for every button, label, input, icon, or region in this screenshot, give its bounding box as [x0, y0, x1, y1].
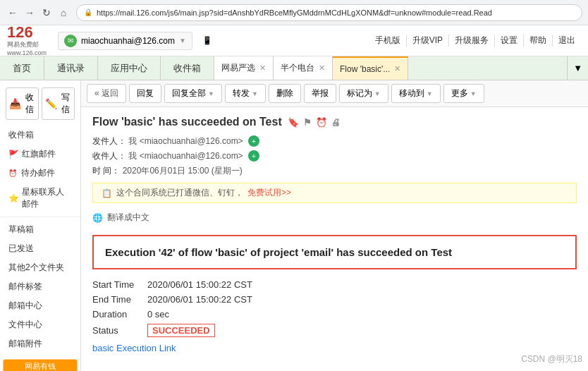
flag-email-icon[interactable]: ⚑: [303, 117, 312, 128]
tab-radio[interactable]: 半个电台 ✕: [274, 56, 333, 80]
from-name: 我: [128, 136, 137, 146]
email-toolbar: « 返回 回复 回复全部 ▼ 转发 ▼ 删除 举报 标记为 ▼ 移动到 ▼: [81, 80, 588, 107]
tab-app-center[interactable]: 应用中心: [98, 56, 161, 80]
email-header: 126 网易免费邮 www.126.com ✉ miaochuanhai@126…: [0, 25, 588, 56]
tab-more-arrow[interactable]: ▼: [567, 56, 588, 80]
sidebar-divider: [0, 217, 80, 217]
tab-home[interactable]: 首页: [0, 56, 44, 80]
phone-icon: 📱: [202, 36, 212, 45]
time-label: 时 间：: [92, 166, 120, 176]
sidebar-item-todo[interactable]: ⏰ 待办邮件: [0, 164, 80, 183]
duration-label: Duration: [92, 309, 142, 320]
end-time-label: End Time: [92, 294, 142, 305]
settings-link[interactable]: 设置: [495, 35, 524, 47]
move-to-button[interactable]: 移动到 ▼: [391, 84, 441, 103]
tab-inbox[interactable]: 收件箱: [161, 56, 214, 80]
logo-area: 126 网易免费邮 www.126.com: [7, 25, 47, 56]
help-link[interactable]: 帮助: [524, 35, 553, 47]
sidebar-item-center[interactable]: 邮箱中心: [0, 296, 80, 315]
tab-contacts[interactable]: 通讯录: [44, 56, 98, 80]
reminder-icon[interactable]: ⏰: [316, 117, 327, 128]
sidebar-inbox-button[interactable]: 📥 收信: [6, 87, 39, 120]
close-tab-wangyi[interactable]: ✕: [259, 63, 266, 73]
close-tab-flow[interactable]: ✕: [394, 64, 400, 73]
sidebar-item-starred[interactable]: ⭐ 星标联系人邮件: [0, 183, 80, 214]
nav-tabs: 首页 通讯录 应用中心 收件箱 网易严选 ✕ 半个电台 ✕ Flow 'basi…: [0, 56, 588, 80]
notification-bar: 📋 这个合同系统已打通微信、钉钉， 免费试用>>: [92, 183, 577, 203]
forward-button[interactable]: →: [23, 6, 37, 20]
sidebar-item-tags[interactable]: 邮件标签: [0, 277, 80, 296]
mobile-link[interactable]: 手机版: [369, 35, 407, 47]
status-line: Status SUCCEEDED: [92, 324, 577, 337]
address-bar[interactable]: 🔒 https://mail.126.com/js6/main.jsp?sid=…: [76, 4, 582, 21]
mark-as-button[interactable]: 标记为 ▼: [339, 84, 388, 103]
sidebar-item-folders[interactable]: 其他2个文件夹: [0, 258, 80, 277]
bookmark-icon[interactable]: 🔖: [288, 117, 299, 128]
report-button[interactable]: 举报: [304, 84, 336, 103]
browser-nav-buttons: ← → ↻ ⌂: [6, 6, 71, 20]
back-button[interactable]: « 返回: [87, 84, 126, 103]
header-links: 手机版 升级VIP 升级服务 设置 帮助 退出: [369, 35, 581, 47]
from-email: <miaochuanhai@126.com>: [140, 136, 243, 146]
email-from: 发件人： 我 <miaochuanhai@126.com> +: [92, 135, 577, 147]
email-time: 时 间： 2020年06月01日 15:00 (星期一): [92, 165, 577, 177]
notification-link[interactable]: 免费试用>>: [247, 187, 291, 199]
close-tab-radio[interactable]: ✕: [319, 63, 325, 73]
refresh-button[interactable]: ↻: [39, 6, 54, 20]
email-view: Flow 'basic' has succeeded on Test 🔖 ⚑ ⏰…: [81, 107, 588, 371]
status-badge: SUCCEEDED: [147, 324, 215, 337]
status-label: Status: [92, 325, 142, 336]
time-value: 2020年06月01日 15:00 (星期一): [123, 166, 243, 176]
sidebar-item-files[interactable]: 文件中心: [0, 315, 80, 334]
end-time-value: 2020/06/01 15:00:22 CST: [147, 294, 252, 305]
tab-wangyi[interactable]: 网易严选 ✕: [214, 56, 274, 80]
sidebar-write-button[interactable]: ✏️ 写信: [42, 87, 75, 120]
start-time-label: Start Time: [92, 279, 142, 290]
to-email: <miaochuanhai@126.com>: [140, 151, 243, 161]
sidebar-item-inbox[interactable]: 收件箱: [0, 126, 80, 145]
logout-link[interactable]: 退出: [553, 35, 581, 47]
add-from-button[interactable]: +: [248, 135, 259, 147]
translate-text: 翻译成中文: [107, 212, 149, 224]
email-main-heading: Execution '42' of flow 'basic' of projec…: [92, 235, 577, 269]
to-name: 我: [128, 151, 137, 161]
print-icon[interactable]: 🖨: [331, 117, 341, 128]
duration-line: Duration 0 sec: [92, 309, 577, 320]
email-subject: Flow 'basic' has succeeded on Test 🔖 ⚑ ⏰…: [92, 116, 577, 128]
sidebar-item-sent[interactable]: 已发送: [0, 239, 80, 258]
lock-icon: 🔒: [84, 8, 92, 16]
execution-link[interactable]: basic Execution Link: [92, 343, 176, 353]
user-section[interactable]: ✉ miaochuanhai@126.com ▼: [58, 32, 192, 50]
notification-icon: 📋: [102, 188, 112, 198]
more-arrow: ▼: [470, 90, 477, 97]
user-avatar: ✉: [64, 35, 77, 47]
reply-button[interactable]: 回复: [129, 84, 161, 103]
start-time-line: Start Time 2020/06/01 15:00:22 CST: [92, 279, 577, 290]
email-area: « 返回 回复 回复全部 ▼ 转发 ▼ 删除 举报 标记为 ▼ 移动到 ▼: [81, 80, 588, 371]
duration-value: 0 sec: [147, 309, 169, 320]
upgrade-service-link[interactable]: 升级服务: [449, 35, 495, 47]
add-to-button[interactable]: +: [248, 150, 259, 162]
reply-all-button[interactable]: 回复全部 ▼: [164, 84, 222, 103]
sidebar-item-attachments[interactable]: 邮箱附件: [0, 334, 80, 353]
from-label: 发件人：: [92, 136, 126, 146]
inbox-icon: 📥: [9, 98, 21, 109]
delete-button[interactable]: 删除: [269, 84, 301, 103]
sidebar-item-draft[interactable]: 草稿箱: [0, 220, 80, 239]
sidebar-ad[interactable]: 网易有钱 7天理财训练 让财富增长变得简单: [3, 359, 78, 371]
flag-icon: 🚩: [8, 150, 19, 159]
logo-sub2: www.126.com: [7, 49, 47, 56]
email-body: Execution '42' of flow 'basic' of projec…: [92, 235, 577, 353]
forward-arrow: ▼: [252, 90, 258, 97]
sidebar-item-flag[interactable]: 🚩 红旗邮件: [0, 145, 80, 164]
upgrade-vip-link[interactable]: 升级VIP: [407, 35, 449, 47]
reply-all-arrow: ▼: [208, 90, 214, 97]
home-button[interactable]: ⌂: [56, 6, 71, 20]
logo-sub: 网易免费邮: [7, 40, 39, 49]
tab-flow[interactable]: Flow 'basic'... ✕: [333, 56, 408, 80]
translate-bar[interactable]: 🌐 翻译成中文: [92, 209, 577, 229]
back-button[interactable]: ←: [6, 6, 20, 20]
more-button[interactable]: 更多 ▼: [443, 84, 484, 103]
write-icon: ✏️: [45, 98, 57, 109]
forward-button[interactable]: 转发 ▼: [225, 84, 266, 103]
